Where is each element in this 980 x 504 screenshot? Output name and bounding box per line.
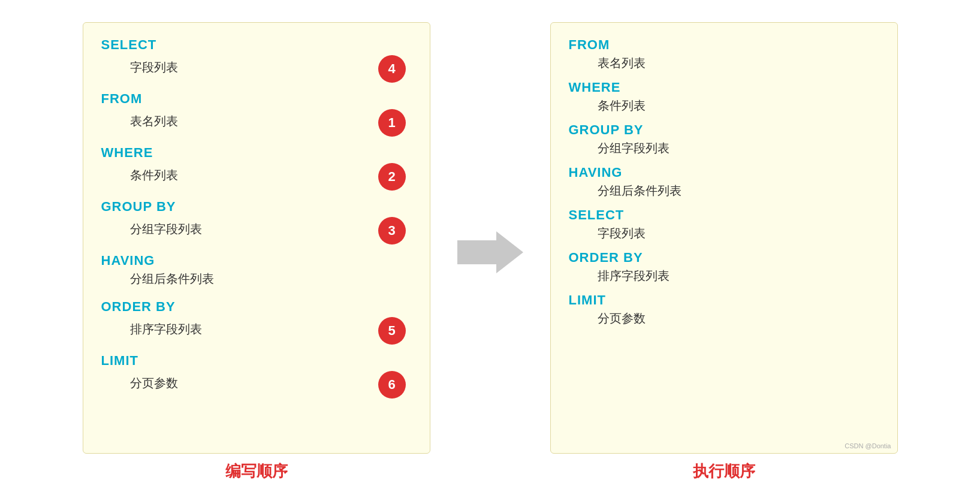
left-value-row-0: 字段列表4 — [101, 55, 412, 83]
right-keyword-3: HAVING — [569, 165, 879, 180]
left-keyword-4: HAVING — [101, 253, 412, 268]
right-value-4: 字段列表 — [598, 225, 879, 242]
right-value-5: 排序字段列表 — [598, 268, 879, 284]
left-value-row-6: 分页参数6 — [101, 371, 412, 399]
right-value-2: 分组字段列表 — [598, 140, 879, 156]
left-value-5: 排序字段列表 — [130, 321, 202, 337]
arrow-icon — [457, 228, 523, 276]
right-keyword-0: FROM — [569, 37, 879, 53]
left-value-3: 分组字段列表 — [130, 221, 202, 237]
left-keyword-2: WHERE — [101, 145, 412, 161]
right-keyword-1: WHERE — [569, 80, 879, 95]
left-value-1: 表名列表 — [130, 113, 178, 129]
left-value-row-4: 分组后条件列表 — [101, 271, 412, 291]
right-value-6: 分页参数 — [598, 310, 879, 327]
right-value-3: 分组后条件列表 — [598, 183, 879, 199]
watermark: CSDN @Dontia — [845, 442, 891, 449]
right-keyword-2: GROUP BY — [569, 122, 879, 138]
left-keyword-6: LIMIT — [101, 353, 412, 369]
arrow-container — [454, 228, 526, 276]
right-value-1: 条件列表 — [598, 98, 879, 114]
badge-3: 3 — [378, 217, 406, 245]
left-keyword-3: GROUP BY — [101, 199, 412, 215]
left-value-4: 分组后条件列表 — [130, 271, 214, 287]
left-panel: SELECT字段列表4FROM表名列表1WHERE条件列表2GROUP BY分组… — [83, 22, 430, 454]
left-panel-wrapper: SELECT字段列表4FROM表名列表1WHERE条件列表2GROUP BY分组… — [83, 22, 430, 482]
badge-2: 2 — [378, 163, 406, 191]
right-value-0: 表名列表 — [598, 55, 879, 71]
right-keyword-6: LIMIT — [569, 292, 879, 308]
left-keyword-0: SELECT — [101, 37, 412, 53]
left-keyword-1: FROM — [101, 91, 412, 107]
badge-5: 5 — [378, 317, 406, 345]
badge-4: 4 — [378, 55, 406, 83]
badge-6: 6 — [378, 371, 406, 399]
main-container: SELECT字段列表4FROM表名列表1WHERE条件列表2GROUP BY分组… — [0, 10, 980, 494]
left-value-0: 字段列表 — [130, 59, 178, 76]
badge-1: 1 — [378, 109, 406, 137]
left-keyword-5: ORDER BY — [101, 299, 412, 315]
svg-marker-0 — [457, 231, 523, 273]
right-keyword-4: SELECT — [569, 207, 879, 223]
left-value-2: 条件列表 — [130, 167, 178, 183]
right-panel-label: 执行顺序 — [550, 461, 898, 482]
left-value-row-3: 分组字段列表3 — [101, 217, 412, 245]
left-value-6: 分页参数 — [130, 375, 178, 391]
left-value-row-2: 条件列表2 — [101, 163, 412, 191]
right-panel: FROM表名列表WHERE条件列表GROUP BY分组字段列表HAVING分组后… — [550, 22, 898, 454]
left-value-row-1: 表名列表1 — [101, 109, 412, 137]
right-panel-wrapper: FROM表名列表WHERE条件列表GROUP BY分组字段列表HAVING分组后… — [550, 22, 898, 482]
left-panel-label: 编写顺序 — [83, 461, 430, 482]
left-value-row-5: 排序字段列表5 — [101, 317, 412, 345]
right-keyword-5: ORDER BY — [569, 250, 879, 265]
